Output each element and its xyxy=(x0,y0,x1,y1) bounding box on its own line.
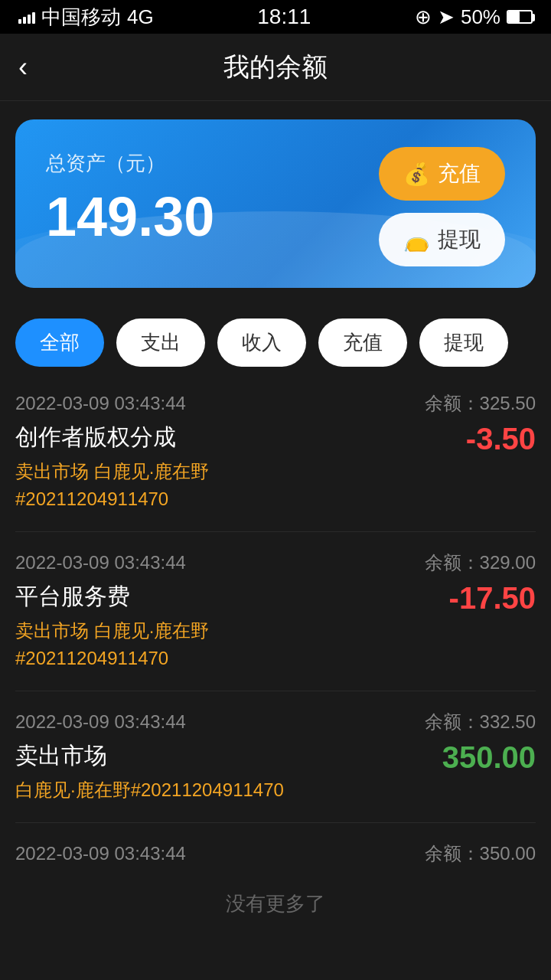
timestamp-row-4: 2022-03-09 03:43:44 余额：350.00 xyxy=(15,829,536,872)
balance-actions: 💰 充值 👝 提现 xyxy=(379,147,505,266)
balance-after-1: 余额：325.50 xyxy=(425,391,536,416)
transaction-sub-3: 白鹿见·鹿在野#20211204911470 xyxy=(15,776,442,804)
battery-label: 50% xyxy=(461,5,500,29)
time-label: 18:11 xyxy=(257,5,311,29)
compass-icon: ➤ xyxy=(438,5,455,29)
recharge-icon: 💰 xyxy=(403,162,430,187)
tab-expense[interactable]: 支出 xyxy=(116,318,205,367)
balance-after-3: 余额：332.50 xyxy=(425,710,536,734)
transaction-group-1: 2022-03-09 03:43:44 余额：325.50 创作者版权分成 卖出… xyxy=(15,379,536,532)
tab-recharge[interactable]: 充值 xyxy=(318,318,407,367)
recharge-label: 充值 xyxy=(438,159,481,188)
transaction-list: 2022-03-09 03:43:44 余额：325.50 创作者版权分成 卖出… xyxy=(0,379,551,872)
nav-bar: ‹ 我的余额 xyxy=(0,34,551,101)
balance-after-4: 余额：350.00 xyxy=(425,841,536,866)
filter-tabs: 全部 支出 收入 充值 提现 xyxy=(0,306,551,379)
status-bar: 中国移动 4G 18:11 ⊕ ➤ 50% xyxy=(0,0,551,34)
timestamp-4: 2022-03-09 03:43:44 xyxy=(15,843,186,864)
transaction-item-2: 平台服务费 卖出市场 白鹿见·鹿在野#20211204911470 -17.50 xyxy=(15,581,536,672)
battery-icon xyxy=(507,10,533,24)
withdraw-button[interactable]: 👝 提现 xyxy=(379,213,505,266)
network-label: 4G xyxy=(127,5,154,29)
back-button[interactable]: ‹ xyxy=(18,51,28,83)
tab-income[interactable]: 收入 xyxy=(217,318,306,367)
transaction-info-3: 卖出市场 白鹿见·鹿在野#20211204911470 xyxy=(15,740,442,804)
carrier-label: 中国移动 xyxy=(41,4,121,31)
transaction-amount-1: -3.50 xyxy=(466,422,536,456)
transaction-amount-3: 350.00 xyxy=(442,740,536,775)
balance-after-2: 余额：329.00 xyxy=(425,550,536,575)
timestamp-3: 2022-03-09 03:43:44 xyxy=(15,711,186,733)
timestamp-1: 2022-03-09 03:43:44 xyxy=(15,393,186,414)
transaction-group-3: 2022-03-09 03:43:44 余额：332.50 卖出市场 白鹿见·鹿… xyxy=(15,697,536,823)
status-right: ⊕ ➤ 50% xyxy=(415,5,533,29)
transaction-item-1: 创作者版权分成 卖出市场 白鹿见·鹿在野#20211204911470 -3.5… xyxy=(15,422,536,513)
location-icon: ⊕ xyxy=(415,5,432,29)
transaction-sub-2: 卖出市场 白鹿见·鹿在野#20211204911470 xyxy=(15,617,449,672)
tab-all[interactable]: 全部 xyxy=(15,318,104,367)
signal-icon xyxy=(18,10,35,24)
tab-withdraw[interactable]: 提现 xyxy=(419,318,508,367)
recharge-button[interactable]: 💰 充值 xyxy=(379,147,505,201)
transaction-title-2: 平台服务费 xyxy=(15,581,449,612)
transaction-group-2: 2022-03-09 03:43:44 余额：329.00 平台服务费 卖出市场… xyxy=(15,538,536,691)
transaction-item-3: 卖出市场 白鹿见·鹿在野#20211204911470 350.00 xyxy=(15,740,536,804)
no-more-label: 没有更多了 xyxy=(0,872,551,948)
transaction-info-1: 创作者版权分成 卖出市场 白鹿见·鹿在野#20211204911470 xyxy=(15,422,466,513)
timestamp-2: 2022-03-09 03:43:44 xyxy=(15,552,186,573)
transaction-amount-2: -17.50 xyxy=(449,581,536,616)
transaction-title-1: 创作者版权分成 xyxy=(15,422,466,453)
timestamp-row-3: 2022-03-09 03:43:44 余额：332.50 xyxy=(15,697,536,740)
withdraw-icon: 👝 xyxy=(403,227,430,253)
page-title: 我的余额 xyxy=(223,50,328,85)
withdraw-label: 提现 xyxy=(438,225,481,254)
timestamp-row-2: 2022-03-09 03:43:44 余额：329.00 xyxy=(15,538,536,581)
status-left: 中国移动 4G xyxy=(18,4,154,31)
transaction-sub-1: 卖出市场 白鹿见·鹿在野#20211204911470 xyxy=(15,458,466,513)
transaction-title-3: 卖出市场 xyxy=(15,740,442,772)
transaction-info-2: 平台服务费 卖出市场 白鹿见·鹿在野#20211204911470 xyxy=(15,581,449,672)
timestamp-row-1: 2022-03-09 03:43:44 余额：325.50 xyxy=(15,379,536,422)
balance-card: 总资产（元） 149.30 💰 充值 👝 提现 xyxy=(15,119,536,288)
